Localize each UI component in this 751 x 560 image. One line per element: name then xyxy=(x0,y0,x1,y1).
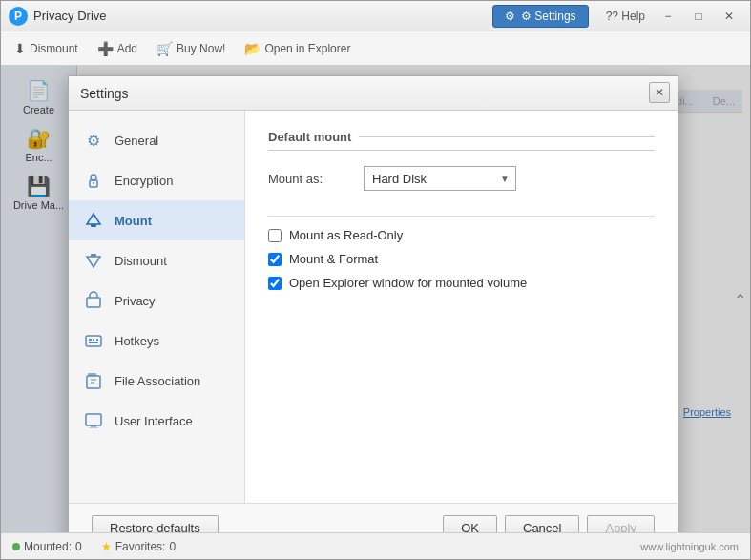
maximize-button[interactable]: □ xyxy=(685,6,712,27)
help-button[interactable]: ? ? Help xyxy=(596,1,655,31)
svg-rect-7 xyxy=(87,298,100,307)
cart-icon: 🛒 xyxy=(156,41,173,56)
svg-marker-5 xyxy=(87,257,100,267)
ok-button[interactable]: OK xyxy=(443,515,497,532)
nav-item-mount[interactable]: Mount xyxy=(69,200,244,240)
settings-button[interactable]: ⚙ ⚙ Settings xyxy=(492,5,589,28)
mount-icon xyxy=(82,209,105,232)
mount-as-row: Mount as: Hard Disk CD/DVD Removable Dis… xyxy=(268,166,655,191)
mounted-label: Mounted: xyxy=(24,540,72,553)
mount-as-select[interactable]: Hard Disk CD/DVD Removable Disk xyxy=(372,172,508,186)
section-title: Default mount xyxy=(268,130,655,151)
dialog-title-bar: Settings ✕ xyxy=(69,76,678,111)
watermark: www.lightninguk.com xyxy=(640,541,739,552)
dialog-nav: ⚙ General Encryption xyxy=(69,111,245,503)
nav-item-user-interface[interactable]: User Interface xyxy=(69,401,244,441)
settings-dialog: Settings ✕ ⚙ General xyxy=(68,75,678,532)
content-area: 📄 Create 🔐 Enc... 💾 Drive Ma... ▶ Hard D… xyxy=(1,66,750,532)
window-close-button[interactable]: ✕ xyxy=(716,6,742,27)
checkbox-mount-format: Mount & Format xyxy=(268,252,655,266)
dialog-close-button[interactable]: ✕ xyxy=(649,82,670,103)
mounted-dot xyxy=(12,543,20,550)
toolbar: ⬇ Dismount ➕ Add 🛒 Buy Now! 📂 Open in Ex… xyxy=(1,31,750,66)
dismount-icon: ⬇ xyxy=(14,41,26,56)
add-icon: ➕ xyxy=(97,41,114,56)
mounted-count: 0 xyxy=(75,540,82,553)
ui-icon xyxy=(82,409,105,432)
cancel-button[interactable]: Cancel xyxy=(505,515,579,532)
restore-defaults-button[interactable]: Restore defaults xyxy=(92,515,219,532)
svg-rect-19 xyxy=(89,427,98,428)
encryption-icon xyxy=(82,169,105,192)
nav-item-encryption[interactable]: Encryption xyxy=(69,160,244,200)
open-explorer-checkbox[interactable] xyxy=(268,277,282,290)
gear-icon: ⚙ xyxy=(505,10,515,23)
svg-rect-11 xyxy=(96,339,98,341)
main-window: P Privacy Drive ⚙ ⚙ Settings ? ? Help − … xyxy=(0,0,751,560)
file-assoc-icon xyxy=(82,369,105,392)
divider xyxy=(268,216,655,217)
toolbar-add[interactable]: ➕ Add xyxy=(88,33,147,64)
svg-point-0 xyxy=(91,175,96,180)
svg-rect-8 xyxy=(86,336,101,346)
title-bar: P Privacy Drive ⚙ ⚙ Settings ? ? Help − … xyxy=(1,1,750,31)
nav-item-dismount[interactable]: Dismount xyxy=(69,240,244,280)
toolbar-open-explorer[interactable]: 📂 Open in Explorer xyxy=(235,33,360,64)
status-bar: Mounted: 0 ★ Favorites: 0 www.lightningu… xyxy=(1,532,750,559)
dialog-content: Default mount Mount as: Hard Disk CD/DVD… xyxy=(245,111,678,503)
svg-marker-3 xyxy=(87,214,100,224)
dialog-overlay: Settings ✕ ⚙ General xyxy=(1,66,750,532)
checkbox-open-explorer: Open Explorer window for mounted volume xyxy=(268,276,655,290)
dialog-body: ⚙ General Encryption xyxy=(69,111,678,503)
app-title: Privacy Drive xyxy=(33,9,492,23)
dialog-title-text: Settings xyxy=(80,86,129,101)
read-only-checkbox[interactable] xyxy=(268,229,282,242)
favorites-status: ★ Favorites: 0 xyxy=(101,540,176,553)
dialog-footer: Restore defaults OK Cancel Apply xyxy=(69,503,678,532)
toolbar-buy[interactable]: 🛒 Buy Now! xyxy=(147,33,235,64)
nav-item-hotkeys[interactable]: Hotkeys xyxy=(69,321,244,361)
mount-as-select-wrapper[interactable]: Hard Disk CD/DVD Removable Disk ▼ xyxy=(364,166,516,191)
minimize-button[interactable]: − xyxy=(655,6,681,27)
favorites-count: 0 xyxy=(169,540,176,553)
svg-rect-18 xyxy=(91,425,96,427)
svg-point-2 xyxy=(93,182,94,184)
mount-format-checkbox[interactable] xyxy=(268,253,282,266)
mount-as-label: Mount as: xyxy=(268,172,354,186)
privacy-icon xyxy=(82,289,105,312)
help-icon: ? xyxy=(606,10,613,23)
nav-item-file-association[interactable]: File Association xyxy=(69,361,244,401)
window-controls: − □ ✕ xyxy=(655,6,742,27)
mounted-status: Mounted: 0 xyxy=(12,540,82,553)
nav-item-privacy[interactable]: Privacy xyxy=(69,280,244,321)
svg-rect-12 xyxy=(89,342,98,343)
svg-rect-4 xyxy=(91,224,96,227)
nav-item-general[interactable]: ⚙ General xyxy=(69,120,244,160)
mount-format-label[interactable]: Mount & Format xyxy=(289,252,378,266)
favorites-label: Favorites: xyxy=(115,540,166,553)
general-icon: ⚙ xyxy=(82,129,105,152)
explorer-icon: 📂 xyxy=(244,41,261,56)
hotkeys-icon xyxy=(82,329,105,352)
app-icon: P xyxy=(9,7,28,26)
checkbox-read-only: Mount as Read-Only xyxy=(268,228,655,242)
svg-rect-6 xyxy=(91,254,96,257)
toolbar-dismount[interactable]: ⬇ Dismount xyxy=(5,33,88,64)
logo-area: www.lightninguk.com xyxy=(640,541,739,552)
svg-rect-17 xyxy=(86,414,101,425)
favorites-star-icon: ★ xyxy=(101,540,112,553)
open-explorer-label[interactable]: Open Explorer window for mounted volume xyxy=(289,276,527,290)
svg-rect-10 xyxy=(93,339,94,341)
read-only-label[interactable]: Mount as Read-Only xyxy=(289,228,403,242)
svg-rect-9 xyxy=(89,339,92,341)
apply-button[interactable]: Apply xyxy=(587,515,655,532)
dismount-nav-icon xyxy=(82,249,105,272)
